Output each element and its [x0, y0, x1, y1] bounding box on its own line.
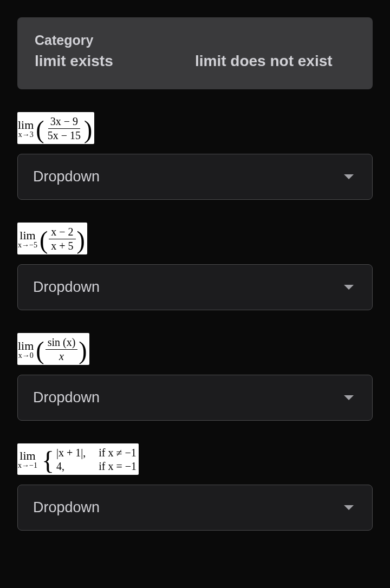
numerator: sin (x): [46, 336, 78, 350]
limit-expression: lim x→−5 ( x − 2 x + 5 ): [17, 223, 87, 254]
numerator: x − 2: [49, 226, 75, 239]
chevron-down-icon: [344, 285, 354, 290]
lim-approach: x→−1: [18, 462, 37, 470]
piecewise-case-cond: if x ≠ −1: [99, 447, 136, 459]
lim-text: lim: [20, 229, 35, 241]
piecewise-case-cond: if x = −1: [99, 460, 136, 473]
limit-expression: lim x→0 ( sin (x) x ): [17, 333, 89, 365]
limit-expression: lim x→−1 { |x + 1|, if x ≠ −1 4, if x = …: [17, 443, 139, 475]
denominator: x + 5: [49, 239, 75, 252]
lim-text: lim: [18, 119, 34, 131]
denominator: x: [57, 350, 66, 363]
question-item: lim x→−1 { |x + 1|, if x ≠ −1 4, if x = …: [17, 443, 373, 531]
question-item: lim x→3 ( 3x − 9 5x − 15 ) Dropdown: [17, 112, 373, 200]
lim-text: lim: [18, 339, 34, 352]
piecewise-case-expr: |x + 1|,: [56, 447, 86, 459]
lim-text: lim: [20, 449, 35, 462]
category-header: Category limit exists limit does not exi…: [17, 17, 373, 89]
limit-expression: lim x→3 ( 3x − 9 5x − 15 ): [17, 112, 94, 144]
dropdown-label: Dropdown: [33, 499, 100, 516]
dropdown-label: Dropdown: [33, 168, 100, 185]
category-col2: limit does not exist: [195, 53, 355, 70]
dropdown-label: Dropdown: [33, 279, 100, 296]
dropdown-label: Dropdown: [33, 389, 100, 406]
category-col1: limit exists: [35, 53, 195, 70]
category-dropdown[interactable]: Dropdown: [17, 375, 373, 421]
category-dropdown[interactable]: Dropdown: [17, 154, 373, 200]
question-item: lim x→−5 ( x − 2 x + 5 ) Dropdown: [17, 223, 373, 310]
chevron-down-icon: [344, 505, 354, 510]
numerator: 3x − 9: [48, 115, 80, 129]
piecewise-case-expr: 4,: [56, 460, 86, 473]
lim-approach: x→3: [18, 131, 34, 139]
category-label-spacer: [195, 32, 355, 48]
lim-approach: x→−5: [18, 241, 37, 250]
category-dropdown[interactable]: Dropdown: [17, 485, 373, 531]
question-item: lim x→0 ( sin (x) x ) Dropdown: [17, 333, 373, 421]
chevron-down-icon: [344, 395, 354, 400]
denominator: 5x − 15: [46, 129, 83, 142]
chevron-down-icon: [344, 174, 354, 179]
lim-approach: x→0: [18, 352, 34, 360]
category-label: Category: [35, 32, 195, 48]
category-dropdown[interactable]: Dropdown: [17, 264, 373, 310]
